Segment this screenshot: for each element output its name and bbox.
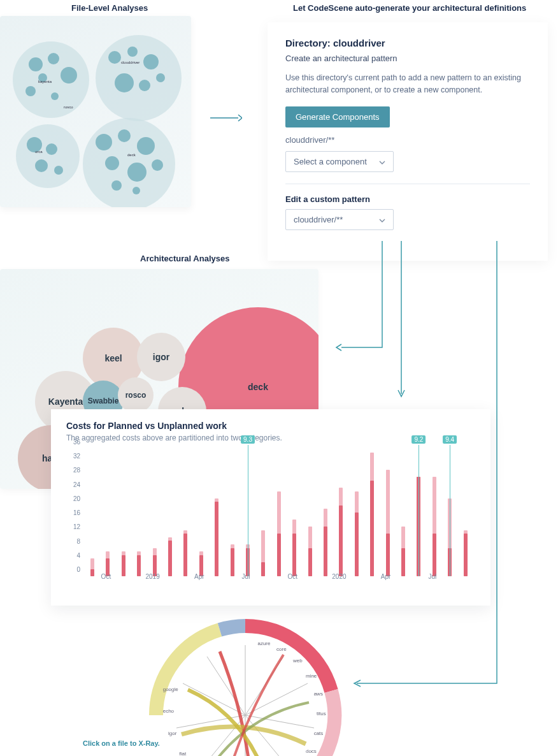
bar-planned bbox=[355, 512, 359, 576]
chord-label: aws bbox=[314, 691, 323, 697]
path-text: clouddriver/** bbox=[285, 135, 530, 145]
y-tick: 4 bbox=[66, 551, 80, 558]
file-bubble-container: clouddriver kayenta rosco deck orca bbox=[0, 16, 191, 207]
annotation-badge: 9.4 bbox=[443, 435, 457, 444]
chord-label: web bbox=[292, 658, 303, 664]
bar-planned bbox=[122, 555, 125, 576]
y-tick: 0 bbox=[66, 566, 80, 573]
bar-planned bbox=[183, 534, 187, 576]
chord-label: google bbox=[163, 687, 179, 692]
bar-planned bbox=[231, 548, 234, 576]
chord-label: azure bbox=[257, 641, 271, 646]
bar-planned bbox=[339, 505, 343, 576]
y-tick: 12 bbox=[66, 523, 80, 530]
bar-planned bbox=[168, 541, 172, 576]
y-tick: 36 bbox=[66, 439, 80, 446]
create-pattern-subtitle: Create an architectural pattern bbox=[285, 54, 530, 63]
annotation-line bbox=[450, 445, 450, 576]
bar-planned bbox=[90, 569, 94, 576]
svg-line-4 bbox=[245, 715, 314, 728]
x-label: 2020 bbox=[332, 573, 346, 580]
bars-container: Oct2019AprJulOct2020AprJul9.39.29.4 bbox=[88, 449, 476, 576]
generate-components-button[interactable]: Generate Components bbox=[285, 106, 390, 127]
chevron-down-icon bbox=[379, 215, 385, 224]
chord-label: igor bbox=[168, 731, 177, 736]
arch-bubble-rosco[interactable]: rosco bbox=[118, 377, 154, 413]
svg-line-3 bbox=[245, 683, 308, 715]
chart-area: 04812162024283236 Oct2019AprJulOct2020Ap… bbox=[70, 449, 478, 583]
chord-diagram[interactable]: googleechoigorfiatgateroscobakeryclouddr… bbox=[143, 600, 347, 756]
chord-label: echo bbox=[163, 708, 175, 714]
y-tick: 32 bbox=[66, 453, 80, 460]
chart-title: Costs for Planned vs Unplanned work bbox=[66, 421, 475, 431]
auto-generate-heading: Let CodeScene auto-generate your archite… bbox=[293, 3, 526, 13]
x-label: Oct bbox=[287, 573, 297, 580]
chord-label: docs bbox=[306, 748, 317, 754]
bar-planned bbox=[277, 534, 281, 576]
file-bubble-label: orca bbox=[35, 150, 43, 154]
bar-planned bbox=[324, 527, 327, 576]
auto-generate-panel: Directory: clouddriver Create an archite… bbox=[268, 22, 548, 261]
annotation-badge: 9.2 bbox=[411, 435, 426, 444]
y-tick: 24 bbox=[66, 481, 80, 488]
chord-label: mine bbox=[306, 673, 317, 679]
bar-planned bbox=[464, 534, 468, 576]
costs-chart-panel: Costs for Planned vs Unplanned work The … bbox=[51, 409, 490, 606]
x-label: 2019 bbox=[145, 573, 159, 580]
bar-planned bbox=[401, 548, 405, 576]
bar-planned bbox=[386, 534, 390, 576]
x-label: Apr bbox=[381, 573, 391, 580]
chord-label: core bbox=[276, 646, 287, 652]
x-label: Apr bbox=[194, 573, 204, 580]
bar-planned bbox=[215, 502, 218, 576]
edit-pattern-value: clouddriver/** bbox=[294, 215, 343, 224]
file-level-heading: File-Level Analyses bbox=[71, 3, 148, 13]
arrow-right-icon bbox=[210, 112, 242, 124]
y-tick: 16 bbox=[66, 509, 80, 516]
file-bubble-label: deck bbox=[127, 153, 136, 157]
bar-planned bbox=[370, 481, 374, 576]
annotation-line bbox=[418, 445, 419, 576]
edit-pattern-label: Edit a custom pattern bbox=[285, 194, 530, 204]
architectural-heading: Architectural Analyses bbox=[140, 254, 229, 263]
select-placeholder: Select a component bbox=[294, 157, 367, 166]
bar-planned bbox=[261, 562, 265, 576]
description-text: Use this directory's current path to add… bbox=[285, 72, 530, 96]
edit-pattern-dropdown[interactable]: clouddriver/** bbox=[285, 209, 394, 230]
file-level-panel: clouddriver kayenta rosco deck orca bbox=[0, 16, 191, 207]
x-label: Jul bbox=[428, 573, 436, 580]
y-tick: 28 bbox=[66, 467, 80, 474]
annotation-line bbox=[248, 445, 248, 576]
y-tick: 20 bbox=[66, 495, 80, 502]
bar-planned bbox=[433, 534, 436, 576]
y-axis: 04812162024283236 bbox=[66, 449, 82, 576]
chevron-down-icon bbox=[379, 157, 385, 166]
y-tick: 8 bbox=[66, 537, 80, 544]
x-label: Oct bbox=[101, 573, 111, 580]
chord-label: cats bbox=[314, 731, 324, 736]
xray-hint: Click on a file to X-Ray. bbox=[83, 739, 160, 747]
divider bbox=[285, 184, 530, 184]
arch-bubble-igor[interactable]: igor bbox=[137, 333, 185, 381]
bar-planned bbox=[292, 534, 296, 576]
chord-label: fiat bbox=[179, 751, 186, 756]
select-component-dropdown[interactable]: Select a component bbox=[285, 151, 394, 172]
file-bubble-label: rosco bbox=[64, 105, 73, 109]
x-label: Jul bbox=[242, 573, 250, 580]
annotation-badge: 9.3 bbox=[241, 435, 255, 444]
chord-label: titus bbox=[317, 711, 326, 716]
file-bubble-label: clouddriver bbox=[121, 61, 140, 64]
directory-title: Directory: clouddriver bbox=[285, 38, 530, 48]
file-bubble-label: kayenta bbox=[38, 80, 52, 84]
bar-planned bbox=[137, 555, 141, 576]
bar-planned bbox=[308, 548, 312, 576]
